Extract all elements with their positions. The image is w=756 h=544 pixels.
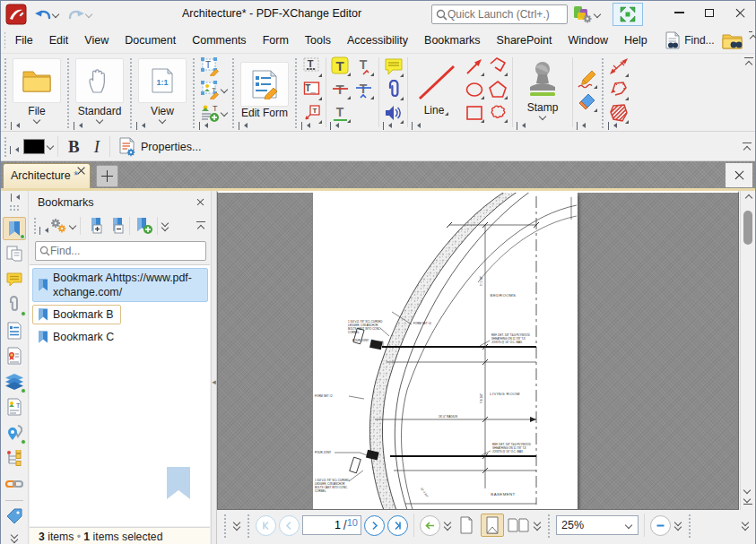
stamp-button[interactable]: Stamp [516, 60, 569, 120]
close-document-button[interactable] [726, 163, 752, 187]
doctools-collapse-1[interactable] [232, 521, 241, 531]
pentagon-tool-button[interactable] [486, 78, 508, 100]
measure-drag-handle[interactable] [600, 56, 605, 128]
zoom-tools-collapse[interactable] [673, 521, 682, 531]
tab-close-icon[interactable] [77, 167, 85, 175]
bookmark-item-b[interactable]: Bookmark B [32, 305, 121, 324]
edit-text-button[interactable]: T [198, 56, 221, 78]
view-group-collapse[interactable] [136, 122, 144, 130]
undo-dropdown-chevron[interactable] [52, 12, 60, 18]
add-content-chevron[interactable] [221, 110, 229, 117]
bookmarks-find-box[interactable] [35, 241, 206, 261]
cloud-tool-button[interactable] [486, 101, 508, 124]
format-collapse[interactable] [10, 146, 18, 154]
menu-window[interactable]: Window [560, 30, 615, 50]
doctools-drag-2[interactable] [246, 513, 251, 538]
first-page-button[interactable] [256, 515, 276, 536]
menu-document[interactable]: Document [117, 30, 184, 50]
bookmarks-toolbar-collapse[interactable] [39, 227, 48, 235]
strip-drag-handle[interactable] [8, 203, 21, 212]
line-group-collapse[interactable] [412, 122, 420, 130]
scroll-up-arrow[interactable] [743, 194, 752, 201]
italic-button[interactable]: I [87, 137, 107, 157]
ribbon-collapse-button[interactable] [744, 57, 753, 66]
bookmark-item-c[interactable]: Bookmark C [32, 327, 122, 347]
markup-group-collapse[interactable] [330, 122, 338, 130]
sidebar-item-layers[interactable] [3, 370, 26, 393]
bookmark-item-a[interactable]: Bookmark Ahttps://www.pdf-xchange.com/ [32, 268, 208, 302]
redo-dropdown-chevron[interactable] [85, 12, 93, 18]
ribbon-drag-handle[interactable] [3, 56, 8, 128]
eraser-tool-button[interactable] [576, 91, 598, 113]
doctools-drag-1[interactable] [222, 513, 228, 538]
next-page-button[interactable] [364, 515, 385, 536]
format-drag-handle[interactable] [3, 135, 8, 158]
sidebar-item-links[interactable] [3, 472, 26, 496]
bookmarks-find-input[interactable] [50, 245, 194, 257]
file-group-chevron[interactable] [33, 117, 41, 124]
arrow-tool-button[interactable] [463, 55, 485, 77]
bookmarks-options-button[interactable] [48, 215, 69, 237]
strip-collapse[interactable] [11, 194, 19, 202]
measure-distance-button[interactable] [607, 56, 630, 78]
page-number-input[interactable] [306, 519, 343, 531]
add-content-button[interactable]: T [198, 102, 221, 125]
polygon-line-button[interactable] [486, 55, 508, 77]
standard-drag-handle[interactable] [65, 56, 71, 128]
color-swatch-chevron[interactable] [47, 143, 55, 150]
measure-perimeter-button[interactable] [607, 79, 630, 101]
last-page-button[interactable] [387, 515, 408, 536]
splitter-collapse-handle[interactable]: ◂ [212, 361, 216, 402]
sidebar-item-fields[interactable] [3, 319, 26, 342]
zoom-drag-handle[interactable] [546, 513, 552, 538]
standard-toolbar-button[interactable]: Standard [73, 56, 126, 124]
zoom-combobox[interactable]: 25% [556, 515, 639, 535]
minimize-button[interactable] [664, 1, 694, 24]
edit-form-collapse[interactable] [239, 122, 247, 130]
menubar-drag-handle[interactable] [3, 30, 5, 50]
bookmarks-panel-close[interactable] [196, 198, 204, 205]
quick-launch-box[interactable] [431, 4, 568, 24]
ui-options-chevron[interactable] [594, 12, 602, 18]
sidebar-item-bookmarks[interactable] [3, 217, 26, 240]
two-page-layout-button[interactable] [507, 514, 530, 537]
sidebar-item-structure[interactable] [3, 446, 26, 470]
more-panels-button[interactable] [10, 533, 19, 543]
menu-bookmarks[interactable]: Bookmarks [416, 30, 489, 50]
content-drag-handle[interactable] [191, 56, 196, 128]
note-group-collapse[interactable] [383, 122, 391, 130]
draw-group-collapse[interactable] [577, 122, 585, 130]
fit-page-layout-button[interactable] [481, 514, 504, 537]
more-bookmark-tools-button[interactable] [161, 221, 169, 231]
scroll-end-arrow[interactable] [743, 497, 752, 505]
scrollbar-thumb[interactable] [743, 211, 752, 245]
find-button[interactable]: Find... [661, 31, 717, 49]
sidebar-item-destinations[interactable] [3, 421, 26, 445]
doctools-overflow[interactable] [741, 521, 750, 531]
color-swatch[interactable] [23, 139, 45, 154]
menu-view[interactable]: View [76, 30, 117, 50]
edit-image-button[interactable]: T [198, 79, 221, 101]
menu-comments[interactable]: Comments [184, 30, 254, 50]
single-page-layout-button[interactable] [455, 514, 478, 537]
document-view[interactable]: BEDROOMS LIVING ROOM BASEMENT FORM SET #… [217, 191, 739, 510]
page-number-box[interactable]: / 10 [302, 515, 361, 535]
doctools-drag-3[interactable] [687, 513, 692, 538]
menu-sharepoint[interactable]: SharePoint [489, 30, 560, 50]
insert-text-button[interactable]: T [352, 55, 375, 77]
menu-help[interactable]: Help [616, 30, 656, 50]
formatbar-collapse-button[interactable] [743, 142, 752, 151]
standard-group-chevron[interactable] [96, 117, 104, 124]
bold-button[interactable]: B [61, 137, 87, 157]
vertical-scrollbar[interactable] [740, 191, 755, 510]
sidebar-item-content[interactable]: T [3, 395, 26, 419]
stamp-group-collapse[interactable] [517, 122, 525, 130]
sound-button[interactable] [382, 102, 404, 125]
strikeout-text-button[interactable]: T [329, 78, 352, 100]
sidebar-item-comments[interactable] [3, 268, 26, 291]
search-button[interactable] [718, 31, 747, 50]
underline-text-button[interactable]: T [329, 101, 352, 124]
oval-tool-button[interactable] [463, 78, 485, 100]
previous-view-button[interactable] [420, 515, 440, 536]
menubar-collapse-button[interactable] [749, 31, 752, 40]
